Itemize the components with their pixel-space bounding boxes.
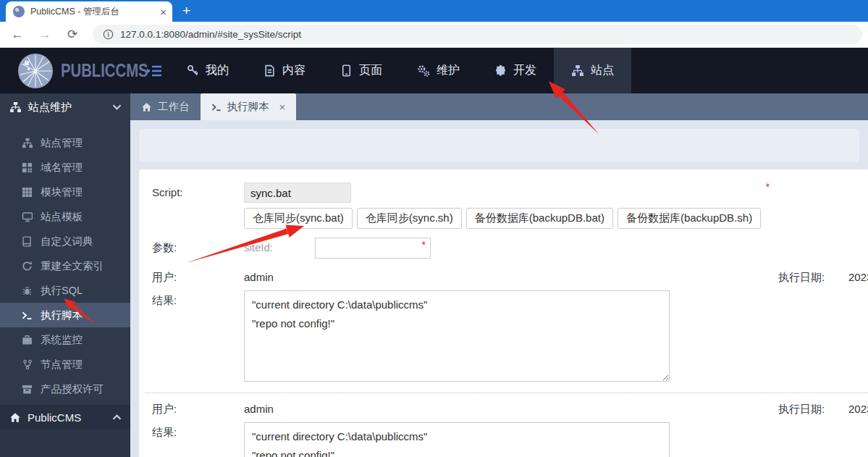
required-mark: *: [422, 239, 426, 251]
sidebar-item-node-management[interactable]: 节点管理: [0, 352, 130, 377]
top-menu-sites[interactable]: 站点: [554, 48, 631, 93]
sidebar-item-label: 重建全文索引: [41, 259, 104, 273]
exec-date-value: 2023: [848, 271, 868, 283]
params-label: 参数:: [152, 238, 244, 255]
script-button-backupdb-bat[interactable]: 备份数据库(backupDB.bat): [466, 208, 613, 229]
tablet-icon: [340, 64, 353, 77]
top-menu-label: 开发: [513, 63, 536, 78]
top-menu-my[interactable]: 我的: [169, 48, 246, 93]
siteid-input[interactable]: [315, 238, 431, 259]
sidebar-item-label: 自定义词典: [41, 235, 93, 248]
script-label: Script:: [152, 183, 244, 198]
sitemap-icon: [9, 101, 22, 113]
reload-icon[interactable]: ⟳: [65, 27, 80, 42]
sidebar-item-execute-script[interactable]: 执行脚本: [0, 303, 130, 327]
sidebar-item-label: 系统监控: [41, 333, 83, 347]
exec-date-label: 执行日期:: [778, 271, 825, 285]
publiccms-logo-icon: [17, 53, 54, 89]
user-label: 用户:: [152, 399, 244, 416]
top-menu-label: 站点: [591, 63, 614, 78]
script-button-sync-bat[interactable]: 仓库同步(sync.bat): [244, 208, 353, 229]
file-text-icon: [264, 64, 276, 77]
script-row: Script: * 仓库同步(sync.bat) 仓库同步(sync.sh) 备…: [152, 183, 868, 229]
script-button-sync-sh[interactable]: 仓库同步(sync.sh): [357, 208, 462, 229]
tab-label: 执行脚本: [227, 100, 269, 114]
sidebar-item-label: 模块管理: [41, 185, 83, 199]
exec-date-group: 执行日期: 2023: [778, 403, 825, 416]
code-branch-icon: [21, 359, 33, 370]
terminal-icon: [211, 102, 222, 112]
briefcase-icon: [21, 335, 33, 345]
top-menu-maintenance[interactable]: 维护: [400, 48, 477, 93]
user-row: 用户: admin 执行日期: 2023: [152, 399, 868, 416]
key-icon: [187, 64, 199, 77]
tab-close-icon[interactable]: ×: [279, 101, 286, 113]
sidebar-item-custom-dictionary[interactable]: 自定义词典: [0, 229, 130, 253]
result-textarea[interactable]: "current directory C:\data\publiccms" "r…: [244, 290, 670, 382]
info-icon[interactable]: [103, 29, 114, 40]
forward-icon[interactable]: →: [38, 28, 52, 42]
tab-label: 工作台: [158, 100, 190, 114]
home-icon: [141, 102, 152, 112]
brand[interactable]: PUBLICCMS: [0, 48, 145, 93]
top-menu-develop[interactable]: 开发: [477, 48, 554, 93]
chevron-down-icon: [112, 104, 122, 110]
tab-workbench[interactable]: 工作台: [130, 93, 201, 120]
script-buttons-row: 仓库同步(sync.bat) 仓库同步(sync.sh) 备份数据库(backu…: [244, 208, 761, 229]
tab-close-icon[interactable]: ×: [160, 7, 167, 17]
site-favicon: [13, 6, 25, 17]
collapse-menu-icon[interactable]: [146, 48, 162, 93]
gears-icon: [417, 64, 430, 77]
result-textarea[interactable]: "current directory C:\data\publiccms" "r…: [244, 422, 670, 457]
toolbar-band: [139, 129, 859, 162]
record-divider: [145, 393, 868, 393]
script-input[interactable]: [244, 183, 351, 203]
workspace-tab-strip: 工作台 执行脚本 ×: [130, 93, 868, 120]
sidebar-item-module-management[interactable]: 模块管理: [0, 180, 130, 204]
new-tab-icon[interactable]: +: [182, 3, 190, 19]
sidebar-item-rebuild-index[interactable]: 重建全文索引: [0, 253, 130, 278]
result-row: 结果: "current directory C:\data\publiccms…: [152, 290, 868, 382]
puzzle-icon: [494, 64, 507, 77]
sidebar-section-site-maintenance[interactable]: 站点维护: [0, 93, 130, 121]
required-mark: *: [766, 181, 770, 193]
top-menu: 我的 内容 页面 维护 开发 站点: [169, 48, 631, 93]
back-icon[interactable]: ←: [10, 28, 25, 42]
home-icon: [9, 412, 21, 423]
desktop-icon: [21, 211, 33, 222]
sidebar-item-system-monitor[interactable]: 系统监控: [0, 327, 130, 352]
top-menu-content[interactable]: 内容: [246, 48, 323, 93]
terminal-icon: [21, 310, 33, 321]
refresh-icon: [21, 261, 33, 272]
result-label: 结果:: [152, 290, 244, 308]
app-top-nav: PUBLICCMS 我的 内容 页面 维护 开发 站点: [0, 48, 868, 93]
sidebar-section-label: 站点维护: [28, 101, 72, 114]
result-label: 结果:: [152, 422, 244, 440]
sidebar-item-domain-management[interactable]: 域名管理: [0, 155, 130, 180]
sidebar: 站点维护 站点管理 域名管理 模块管理 站点模板 自定义词典 重建全文索引: [0, 93, 130, 457]
top-menu-label: 页面: [359, 63, 382, 78]
book-icon: [21, 236, 33, 247]
sidebar-item-site-template[interactable]: 站点模板: [0, 204, 130, 229]
browser-tab[interactable]: PublicCMS - 管理后台 ×: [6, 1, 172, 22]
sidebar-item-product-license[interactable]: 产品授权许可: [0, 377, 130, 401]
sitemap-icon: [571, 64, 584, 77]
top-menu-label: 维护: [437, 63, 460, 78]
archive-box-icon: [21, 384, 33, 395]
sidebar-item-site-management[interactable]: 站点管理: [0, 130, 130, 155]
sidebar-item-label: 站点模板: [41, 210, 83, 224]
sidebar-item-execute-sql[interactable]: 执行SQL: [0, 278, 130, 303]
page-body: Script: * 仓库同步(sync.bat) 仓库同步(sync.sh) 备…: [130, 120, 868, 457]
address-bar[interactable]: 127.0.0.1:8080/admin/#site_sysSite/scrip…: [93, 25, 862, 44]
sidebar-section-publiccms[interactable]: PublicCMS: [0, 405, 130, 429]
chevron-up-icon: [112, 414, 122, 420]
script-button-backupdb-sh[interactable]: 备份数据库(backupDB.sh): [618, 208, 761, 229]
sidebar-section-label: PublicCMS: [28, 411, 81, 424]
brand-text: PUBLICCMS: [61, 59, 148, 82]
tab-execute-script[interactable]: 执行脚本 ×: [201, 93, 297, 120]
sidebar-item-label: 节点管理: [41, 358, 83, 372]
top-menu-label: 我的: [206, 63, 229, 78]
sidebar-item-label: 站点管理: [41, 136, 83, 150]
sitemap-icon: [21, 138, 33, 148]
top-menu-pages[interactable]: 页面: [323, 48, 400, 93]
